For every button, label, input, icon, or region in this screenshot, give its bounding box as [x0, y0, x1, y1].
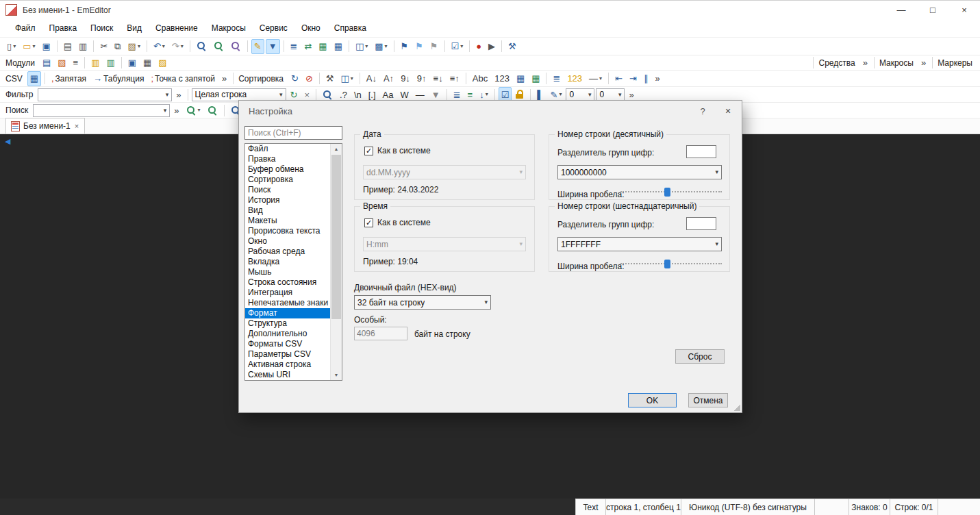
- category-item[interactable]: Параметры CSV: [245, 349, 331, 360]
- heading-rows-combo[interactable]: 0: [566, 88, 594, 101]
- reset-button[interactable]: Сброс: [675, 349, 725, 364]
- decimal-separator-input[interactable]: [686, 145, 716, 158]
- sort-refresh-button[interactable]: ↻: [288, 71, 301, 86]
- category-item[interactable]: Сортировка: [245, 175, 331, 185]
- csv-comma-button[interactable]: ,Запятая: [49, 71, 89, 86]
- hex-view-combo[interactable]: 32 байт на строку: [354, 295, 491, 310]
- category-item[interactable]: Прорисовка текста: [245, 226, 331, 236]
- sort-num-asc-button[interactable]: 9↓: [398, 71, 413, 86]
- replace-in-files-button[interactable]: [228, 39, 244, 54]
- redo-button[interactable]: ↷: [169, 39, 186, 54]
- filter-match-combo[interactable]: Целая строка: [192, 88, 286, 101]
- slider-thumb[interactable]: [664, 260, 670, 268]
- line-numbers-button[interactable]: ≣: [550, 71, 563, 86]
- menu-item[interactable]: Правка: [42, 19, 84, 37]
- menu-item[interactable]: Справка: [327, 19, 373, 37]
- tab-close-icon[interactable]: ×: [74, 122, 79, 130]
- find-in-files-button[interactable]: [211, 39, 227, 54]
- plugin-open-files-button[interactable]: ▨: [155, 55, 169, 71]
- category-item[interactable]: Вкладка: [245, 257, 331, 267]
- csv-semicolon-button[interactable]: ;Точка с запятой: [148, 71, 217, 86]
- menu-item[interactable]: Сравнение: [149, 19, 205, 37]
- category-item[interactable]: Дополнительно: [245, 329, 331, 339]
- autofit-columns-button[interactable]: ▦: [529, 71, 542, 86]
- scroll-down-icon[interactable]: [331, 370, 342, 380]
- csv-overflow-button-2[interactable]: »: [652, 71, 662, 86]
- number-format-button[interactable]: 123: [492, 71, 512, 86]
- ok-button[interactable]: OK: [628, 393, 677, 407]
- move-column-left-button[interactable]: ⇤: [612, 71, 625, 86]
- find-all-button[interactable]: [205, 103, 221, 118]
- menu-item[interactable]: Поиск: [84, 19, 120, 37]
- category-item[interactable]: Файл: [245, 144, 331, 154]
- hex-separator-input[interactable]: [686, 217, 716, 230]
- select-column-button[interactable]: ◫: [338, 71, 355, 86]
- time-system-checkbox[interactable]: Как в системе: [364, 218, 431, 227]
- category-item[interactable]: Окно: [245, 236, 331, 247]
- menu-item[interactable]: Окно: [294, 19, 327, 37]
- scroll-up-icon[interactable]: [331, 144, 342, 154]
- find-next-button[interactable]: [184, 103, 203, 118]
- copy-button[interactable]: ⧉: [112, 39, 123, 54]
- category-item[interactable]: Мышь: [245, 267, 331, 277]
- filter-overflow-button[interactable]: »: [173, 87, 184, 102]
- category-item[interactable]: Непечатаемые знаки: [245, 298, 331, 308]
- plugin-snippets-button[interactable]: ▧: [55, 55, 68, 71]
- move-column-right-button[interactable]: ⇥: [627, 71, 640, 86]
- sort-az-desc-button[interactable]: А↑: [381, 71, 397, 86]
- next-bookmark-button[interactable]: ⚑: [398, 39, 412, 54]
- plugin-comments-button[interactable]: ▥: [88, 55, 102, 71]
- category-item[interactable]: Строка состояния: [245, 277, 331, 288]
- cell-selection-button[interactable]: ◫: [353, 39, 370, 54]
- clear-bookmarks-button[interactable]: ⚑: [427, 39, 441, 54]
- minimize-button[interactable]: —: [885, 1, 917, 19]
- search-text-combo[interactable]: [33, 104, 170, 117]
- csv-overflow-button[interactable]: »: [219, 71, 229, 86]
- maximize-button[interactable]: □: [917, 1, 948, 19]
- save-button[interactable]: ▣: [39, 39, 53, 54]
- paste-button[interactable]: ▨: [125, 39, 143, 54]
- tools-overflow-button[interactable]: »: [860, 55, 870, 71]
- category-item[interactable]: Активная строка: [245, 360, 331, 370]
- plugin-outline-button[interactable]: ≡: [71, 55, 81, 71]
- macros-overflow-button[interactable]: »: [918, 55, 929, 71]
- csv-options-button[interactable]: ⚒: [323, 71, 337, 86]
- table-view-button[interactable]: ▦: [316, 39, 329, 54]
- resize-grip[interactable]: [733, 403, 740, 411]
- validation-button[interactable]: ☑: [449, 39, 466, 54]
- category-item[interactable]: Схемы URI: [245, 370, 331, 380]
- category-item[interactable]: Макеты: [245, 216, 331, 226]
- sort-num-desc-button[interactable]: 9↑: [414, 71, 429, 86]
- record-macro-button[interactable]: ●: [473, 39, 484, 54]
- column-options-button[interactable]: ▩: [372, 39, 390, 54]
- sort-az-asc-button[interactable]: А↓: [364, 71, 379, 86]
- category-item[interactable]: Поиск: [245, 185, 331, 195]
- hex-space-width-slider[interactable]: [620, 259, 722, 268]
- sort-disable-button[interactable]: ⊘: [303, 71, 316, 86]
- menu-item[interactable]: Макросы: [205, 19, 253, 37]
- tab-document[interactable]: Без имени-1 ×: [5, 118, 85, 134]
- category-item[interactable]: Форматы CSV: [245, 339, 331, 349]
- category-item[interactable]: Структура: [245, 318, 331, 329]
- scroll-thumb[interactable]: [331, 155, 341, 319]
- date-system-checkbox[interactable]: Как в системе: [364, 146, 431, 155]
- category-item[interactable]: Вид: [245, 205, 331, 216]
- freeze-table-button[interactable]: ▦: [514, 71, 527, 86]
- sort-length-desc-button[interactable]: ≡↑: [447, 71, 462, 86]
- category-item[interactable]: Буфер обмена: [245, 164, 331, 175]
- open-file-button[interactable]: ▭: [20, 39, 38, 54]
- menu-item[interactable]: Сервис: [253, 19, 294, 37]
- hex-sample-combo[interactable]: 1FFFFFFF: [557, 237, 722, 251]
- sync-scroll-button[interactable]: ⇄: [301, 39, 314, 54]
- csv-tab-button[interactable]: →Табуляция: [90, 71, 147, 86]
- category-item[interactable]: Интеграция: [245, 288, 331, 298]
- digit-grouping-button[interactable]: 123: [564, 71, 585, 86]
- previous-bookmark-button[interactable]: ⚑: [412, 39, 426, 54]
- plugin-explorer-button[interactable]: ▤: [40, 55, 53, 71]
- settings-search-input[interactable]: [244, 126, 342, 140]
- search-overflow-button[interactable]: »: [171, 103, 181, 118]
- menu-item[interactable]: Файл: [8, 19, 42, 37]
- csv-document-button[interactable]: ▦: [331, 39, 345, 54]
- undo-button[interactable]: ↶: [151, 39, 168, 54]
- menu-item[interactable]: Вид: [120, 19, 149, 37]
